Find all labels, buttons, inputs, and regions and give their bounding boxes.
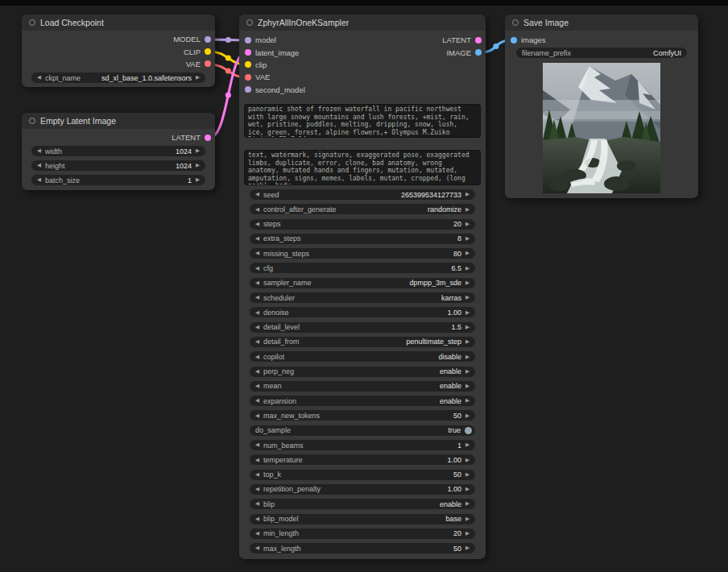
increment-arrow-icon[interactable]: ▶: [465, 413, 469, 419]
input-slot-images[interactable]: images: [509, 34, 548, 46]
widget-perp_neg[interactable]: ◀ perp_neg enable ▶: [250, 367, 475, 377]
widget-batch_size[interactable]: ◀ batch_size 1 ▶: [31, 175, 205, 185]
increment-arrow-icon[interactable]: ▶: [465, 545, 469, 551]
input-port-icon[interactable]: [511, 37, 517, 44]
input-slot-second_model[interactable]: second_model: [243, 84, 307, 96]
output-slot-LATENT[interactable]: LATENT: [441, 34, 483, 46]
widget-top_k[interactable]: ◀ top_k 50 ▶: [250, 470, 475, 480]
output-port-icon[interactable]: [205, 48, 211, 55]
increment-arrow-icon[interactable]: ▶: [465, 310, 469, 316]
input-slot-clip[interactable]: clip: [243, 59, 307, 71]
widget-height[interactable]: ◀ height 1024 ▶: [31, 160, 205, 171]
decrement-arrow-icon[interactable]: ◀: [255, 369, 259, 375]
widget-repetition_penalty[interactable]: ◀ repetition_penalty 1.00 ▶: [250, 484, 475, 495]
input-port-icon[interactable]: [245, 37, 251, 44]
increment-arrow-icon[interactable]: ▶: [465, 236, 469, 242]
decrement-arrow-icon[interactable]: ◀: [255, 354, 259, 360]
decrement-arrow-icon[interactable]: ◀: [255, 207, 259, 213]
increment-arrow-icon[interactable]: ▶: [465, 516, 469, 522]
input-port-icon[interactable]: [245, 49, 251, 56]
input-port-icon[interactable]: [245, 61, 251, 68]
widget-min_length[interactable]: ◀ min_length 20 ▶: [250, 528, 475, 539]
widget-max_new_tokens[interactable]: ◀ max_new_tokens 50 ▶: [250, 410, 475, 421]
increment-arrow-icon[interactable]: ▶: [465, 280, 469, 286]
widget-detail_from[interactable]: ◀ detail_from penultimate_step ▶: [250, 337, 475, 347]
decrement-arrow-icon[interactable]: ◀: [255, 325, 259, 330]
image-link-midpoint-dot[interactable]: [493, 44, 498, 49]
widget-extra_steps[interactable]: ◀ extra_steps 8 ▶: [250, 234, 475, 244]
output-port-icon[interactable]: [475, 49, 482, 56]
decrement-arrow-icon[interactable]: ◀: [255, 398, 259, 404]
widget-temperature[interactable]: ◀ temperature 1.00 ▶: [250, 454, 475, 465]
output-slot-CLIP[interactable]: CLIP: [172, 45, 213, 57]
input-port-icon[interactable]: [245, 74, 251, 81]
increment-arrow-icon[interactable]: ▶: [465, 501, 469, 507]
decrement-arrow-icon[interactable]: ◀: [255, 487, 259, 492]
decrement-arrow-icon[interactable]: ◀: [255, 458, 259, 463]
increment-arrow-icon[interactable]: ▶: [465, 222, 469, 227]
node-header[interactable]: Save Image: [505, 15, 698, 31]
node-zphyr-all-in-one-ksampler[interactable]: ZphyrAllInOneKSampler model latent_image…: [239, 15, 486, 559]
decrement-arrow-icon[interactable]: ◀: [37, 177, 41, 183]
collapse-dot-icon[interactable]: [29, 19, 35, 26]
decrement-arrow-icon[interactable]: ◀: [255, 310, 259, 316]
increment-arrow-icon[interactable]: ▶: [465, 531, 469, 537]
increment-arrow-icon[interactable]: ▶: [465, 325, 469, 330]
decrement-arrow-icon[interactable]: ◀: [255, 531, 259, 537]
widget-max_length[interactable]: ◀ max_length 50 ▶: [250, 543, 475, 553]
increment-arrow-icon[interactable]: ▶: [465, 354, 469, 360]
widget-blip[interactable]: ◀ blip enable ▶: [250, 499, 475, 509]
input-slot-latent_image[interactable]: latent_image: [243, 46, 307, 58]
widget-denoise[interactable]: ◀ denoise 1.00 ▶: [250, 307, 475, 317]
increment-arrow-icon[interactable]: ▶: [465, 192, 469, 197]
collapse-dot-icon[interactable]: [246, 19, 253, 26]
decrement-arrow-icon[interactable]: ◀: [37, 75, 41, 81]
node-graph-canvas[interactable]: Load Checkpoint MODEL CLIP VAE: [0, 0, 728, 572]
node-header[interactable]: Load Checkpoint: [22, 15, 215, 31]
toggle-knob-icon[interactable]: [465, 427, 472, 434]
widget-do_sample[interactable]: ◀ do_sample true ▶: [250, 425, 475, 436]
increment-arrow-icon[interactable]: ▶: [465, 339, 469, 345]
increment-arrow-icon[interactable]: ▶: [465, 266, 469, 271]
input-slot-VAE[interactable]: VAE: [243, 71, 307, 83]
output-slot-LATENT[interactable]: LATENT: [170, 131, 213, 143]
node-empty-latent-image[interactable]: Empty Latent Image LATENT ◀ width 1024 ▶: [22, 113, 215, 190]
output-slot-VAE[interactable]: VAE: [172, 58, 213, 70]
decrement-arrow-icon[interactable]: ◀: [255, 251, 259, 256]
increment-arrow-icon[interactable]: ▶: [465, 472, 469, 478]
increment-arrow-icon[interactable]: ▶: [465, 295, 469, 301]
clip-link-midpoint-dot[interactable]: [225, 55, 231, 60]
widget-filename_prefix[interactable]: ◀ filename_prefix ComfyUI ▶: [516, 48, 687, 58]
input-port-icon[interactable]: [245, 86, 251, 93]
output-slot-IMAGE[interactable]: IMAGE: [441, 46, 483, 58]
input-slot-model[interactable]: model: [243, 34, 307, 46]
node-load-checkpoint[interactable]: Load Checkpoint MODEL CLIP VAE: [22, 15, 215, 87]
increment-arrow-icon[interactable]: ▶: [465, 369, 469, 375]
increment-arrow-icon[interactable]: ▶: [196, 177, 200, 183]
widget-copilot[interactable]: ◀ copilot disable ▶: [250, 351, 475, 362]
collapse-dot-icon[interactable]: [29, 118, 35, 124]
widget-control_after_generate[interactable]: ◀ control_after_generate randomize ▶: [250, 204, 475, 214]
widget-mean[interactable]: ◀ mean enable ▶: [250, 381, 475, 392]
decrement-arrow-icon[interactable]: ◀: [255, 236, 259, 242]
decrement-arrow-icon[interactable]: ◀: [255, 280, 259, 286]
widget-steps[interactable]: ◀ steps 20 ▶: [250, 219, 475, 230]
output-port-icon[interactable]: [205, 60, 211, 67]
widget-num_beams[interactable]: ◀ num_beams 1 ▶: [250, 440, 475, 450]
increment-arrow-icon[interactable]: ▶: [465, 398, 469, 404]
vae-link-midpoint-dot[interactable]: [225, 68, 231, 73]
increment-arrow-icon[interactable]: ▶: [465, 207, 469, 213]
widget-ckpt_name[interactable]: ◀ ckpt_name sd_xl_base_1.0.safetensors ▶: [31, 73, 205, 83]
node-header[interactable]: Empty Latent Image: [22, 113, 215, 129]
collapse-dot-icon[interactable]: [512, 19, 519, 26]
widget-blip_model[interactable]: ◀ blip_model base ▶: [250, 514, 475, 524]
decrement-arrow-icon[interactable]: ◀: [255, 266, 259, 271]
decrement-arrow-icon[interactable]: ◀: [37, 163, 41, 168]
node-save-image[interactable]: Save Image images ◀ filename_prefix Comf…: [505, 15, 698, 198]
increment-arrow-icon[interactable]: ▶: [196, 75, 200, 81]
decrement-arrow-icon[interactable]: ◀: [255, 295, 259, 301]
output-port-icon[interactable]: [475, 37, 482, 44]
decrement-arrow-icon[interactable]: ◀: [255, 383, 259, 389]
output-port-icon[interactable]: [205, 135, 211, 141]
widget-seed[interactable]: ◀ seed 265399534127733 ▶: [250, 189, 475, 200]
